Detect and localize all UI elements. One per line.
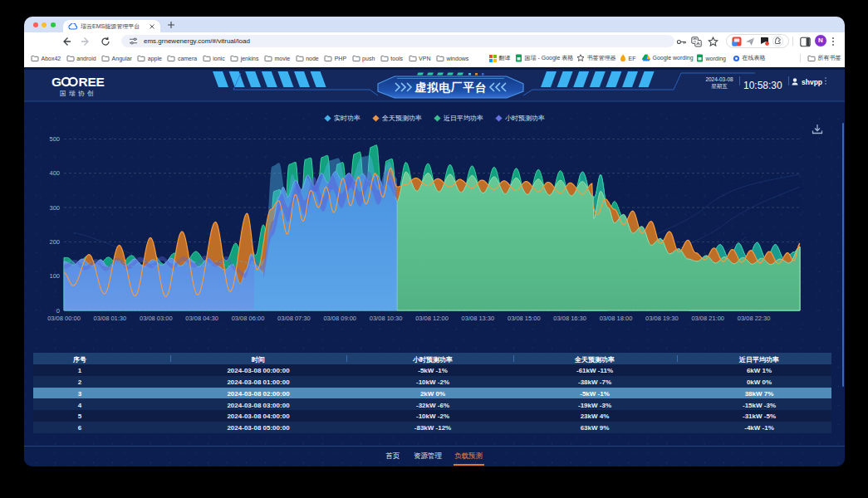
- svg-text:03/08 09:00: 03/08 09:00: [323, 315, 356, 322]
- svg-text:03/08 13:30: 03/08 13:30: [462, 315, 495, 322]
- svg-text:03/08 12:00: 03/08 12:00: [415, 315, 449, 322]
- svg-text:300: 300: [49, 204, 60, 212]
- svg-text:400: 400: [49, 169, 60, 177]
- svg-text:03/08 01:30: 03/08 01:30: [94, 315, 127, 322]
- svg-text:03/08 04:30: 03/08 04:30: [185, 315, 218, 322]
- svg-text:03/08 16:30: 03/08 16:30: [553, 315, 586, 322]
- svg-text:03/08 06:00: 03/08 06:00: [232, 315, 265, 322]
- svg-text:0: 0: [56, 307, 60, 315]
- svg-text:03/08 18:00: 03/08 18:00: [600, 315, 633, 322]
- svg-text:03/08 15:00: 03/08 15:00: [508, 315, 541, 322]
- svg-text:100: 100: [49, 272, 60, 280]
- svg-text:03/08 10:30: 03/08 10:30: [370, 315, 403, 322]
- svg-text:03/08 19:30: 03/08 19:30: [645, 315, 679, 322]
- svg-text:200: 200: [49, 238, 60, 246]
- svg-text:03/08 00:00: 03/08 00:00: [47, 315, 81, 322]
- svg-text:500: 500: [49, 135, 60, 143]
- svg-text:03/08 22:30: 03/08 22:30: [738, 315, 771, 322]
- svg-text:03/08 03:00: 03/08 03:00: [140, 315, 173, 322]
- svg-text:03/08 21:00: 03/08 21:00: [691, 315, 724, 322]
- svg-text:03/08 07:30: 03/08 07:30: [277, 315, 311, 322]
